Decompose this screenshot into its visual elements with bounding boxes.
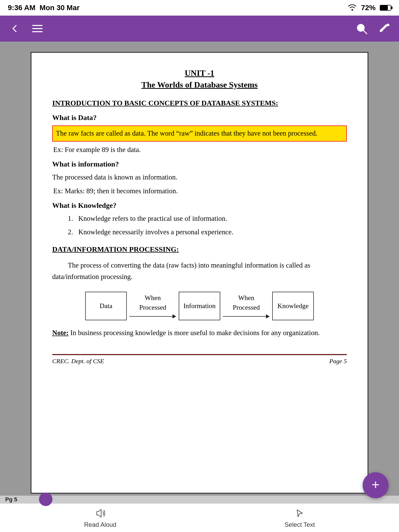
page-title: The Worlds of Database Systems (52, 80, 347, 90)
bottom-bar: Read Aloud Select Text (0, 503, 399, 532)
svg-rect-0 (32, 25, 43, 26)
processing-para: The process of converting the data (raw … (52, 260, 347, 282)
note-body: In business processing knowledge is more… (69, 329, 320, 337)
footer-right: Page 5 (329, 358, 347, 365)
highlighted-text: The raw facts are called as data. The wo… (56, 129, 317, 137)
info-example: Ex: Marks: 89; then it becomes informati… (53, 187, 347, 195)
fab-icon: + (372, 478, 380, 491)
svg-point-5 (387, 24, 389, 26)
svg-line-4 (363, 30, 367, 34)
note-label: Note: (52, 329, 69, 337)
speaker-icon (95, 508, 106, 519)
fab-button[interactable]: + (363, 472, 389, 498)
time-display: 9:36 AM (8, 4, 35, 12)
menu-button[interactable] (31, 22, 44, 35)
section-heading: INTRODUCTION TO BASIC CONCEPTS OF DATABA… (52, 99, 347, 107)
back-button[interactable] (8, 22, 21, 35)
diagram-label-when-processed-2: When Processed (228, 293, 264, 312)
wifi-icon (348, 3, 357, 12)
annotate-button[interactable] (378, 22, 391, 35)
battery-percentage: 72% (361, 4, 376, 12)
content-area: UNIT -1 The Worlds of Database Systems I… (0, 42, 399, 496)
status-bar: 9:36 AM Mon 30 Mar 72% (0, 0, 399, 16)
data-example: Ex: For example 89 is the data. (53, 146, 347, 154)
svg-rect-2 (32, 31, 43, 32)
diagram-box-information: Information (179, 292, 220, 320)
select-text-label: Select Text (284, 521, 315, 528)
what-is-knowledge-heading: What is Knowledge? (52, 201, 347, 210)
select-text-button[interactable]: Select Text (284, 508, 315, 528)
diagram-box-knowledge: Knowledge (272, 292, 314, 320)
page-footer: CREC. Dept. of CSE Page 5 (52, 354, 347, 365)
cursor-icon (294, 508, 305, 519)
page-indicator-bar: Pg 5 (0, 496, 399, 503)
search-button[interactable] (355, 22, 368, 35)
diagram-container: Data When Processed Information When Pro… (52, 292, 347, 320)
what-is-info-heading: What is information? (52, 160, 347, 168)
date-display: Mon 30 Mar (39, 4, 79, 12)
diagram-arrow-1: When Processed (127, 293, 179, 318)
pdf-page: UNIT -1 The Worlds of Database Systems I… (31, 52, 368, 494)
read-aloud-label: Read Aloud (84, 521, 116, 528)
data-processing-heading: DATA/INFORMATION PROCESSING: (52, 245, 347, 254)
data-flow-diagram: Data When Processed Information When Pro… (85, 292, 314, 320)
svg-rect-1 (32, 28, 43, 29)
diagram-arrow-2: When Processed (220, 293, 272, 318)
unit-title: UNIT -1 (52, 68, 347, 78)
page-label: Pg 5 (5, 496, 17, 503)
diagram-box-data: Data (85, 292, 127, 320)
info-text: The processed data is known as informati… (52, 172, 347, 183)
what-is-data-heading: What is Data? (52, 114, 347, 122)
note-text: Note: In business processing knowledge i… (52, 328, 347, 338)
scroll-indicator[interactable] (39, 493, 52, 506)
knowledge-item-1: 1. Knowledge refers to the practical use… (68, 213, 347, 224)
toolbar (0, 16, 399, 42)
diagram-label-when-processed-1: When Processed (135, 293, 171, 312)
knowledge-item-2: 2. Knowledge necessarily involves a pers… (68, 227, 347, 238)
battery-icon (380, 5, 391, 11)
read-aloud-button[interactable]: Read Aloud (84, 508, 116, 528)
footer-left: CREC. Dept. of CSE (52, 358, 104, 365)
highlighted-text-block: The raw facts are called as data. The wo… (52, 125, 347, 142)
